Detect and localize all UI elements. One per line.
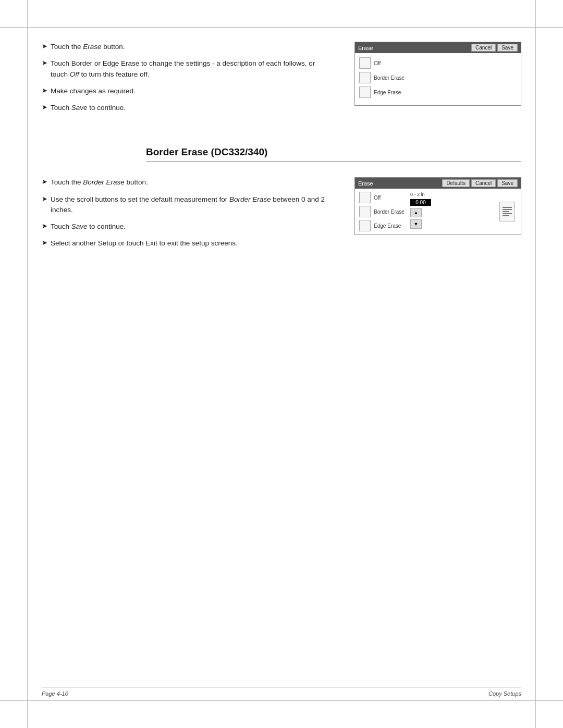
- instruction-1-1: ➤ Touch the Erase button.: [42, 42, 334, 52]
- preview-line-4: [503, 213, 512, 214]
- screen2-body: Off Border Erase Edge Erase: [355, 189, 521, 235]
- instruction-1-2-text: Touch Border or Edge Erase to change the…: [51, 58, 334, 80]
- instruction-2-4-text: Select another Setup or touch Exit to ex…: [51, 238, 238, 249]
- screen1-title: Erase: [358, 45, 373, 51]
- instruction-2-2-text: Use the scroll buttons to set the defaul…: [51, 194, 334, 216]
- screen2-option-border-icon: [359, 206, 371, 217]
- border-top: [0, 27, 563, 28]
- screen2-option-border-label: Border Erase: [374, 209, 405, 215]
- section1-instructions: ➤ Touch the Erase button. ➤ Touch Border…: [42, 42, 334, 115]
- screen1-option-off-label: Off: [374, 60, 381, 66]
- screen2-preview-area: [498, 192, 517, 231]
- screen1-option-edge-icon: [359, 87, 371, 98]
- section2-heading: Border Erase (DC332/340): [146, 146, 267, 158]
- scroll-up-button[interactable]: ▲: [410, 208, 422, 217]
- screen1-option-border[interactable]: Border Erase: [359, 72, 517, 83]
- screen2-range-label: 0 - 2 in: [410, 192, 425, 197]
- screen1-option-border-label: Border Erase: [374, 75, 405, 81]
- screen2-buttons: Defaults Cancel Save: [442, 179, 518, 187]
- screen2-value-box: 0.00: [410, 199, 431, 206]
- bullet-5: ➤: [42, 178, 47, 186]
- preview-line-1: [503, 207, 512, 208]
- screen1-option-edge[interactable]: Edge Erase: [359, 87, 517, 98]
- bullet-1: ➤: [42, 42, 47, 50]
- screen2-option-edge[interactable]: Edge Erase: [359, 220, 406, 231]
- screen1-option-border-icon: [359, 72, 371, 83]
- page-container: ➤ Touch the Erase button. ➤ Touch Border…: [0, 0, 563, 728]
- content-area: ➤ Touch the Erase button. ➤ Touch Border…: [42, 31, 521, 251]
- bullet-4: ➤: [42, 103, 47, 111]
- screen1-option-edge-label: Edge Erase: [374, 90, 401, 95]
- section1: ➤ Touch the Erase button. ➤ Touch Border…: [42, 42, 521, 115]
- section2-heading-row: Border Erase (DC332/340): [42, 146, 521, 162]
- screen1-header: Erase Cancel Save: [355, 42, 521, 53]
- screen2-defaults-button[interactable]: Defaults: [442, 179, 470, 187]
- screen2-option-border[interactable]: Border Erase: [359, 206, 406, 217]
- screen2-option-off[interactable]: Off: [359, 192, 406, 203]
- instruction-2-2: ➤ Use the scroll buttons to set the defa…: [42, 194, 334, 216]
- instruction-2-4: ➤ Select another Setup or touch Exit to …: [42, 238, 334, 249]
- instruction-1-3-text: Make changes as required.: [51, 86, 136, 96]
- screen2-options-col: Off Border Erase Edge Erase: [359, 192, 406, 231]
- bullet-8: ➤: [42, 239, 47, 246]
- border-right: [535, 0, 536, 728]
- preview-line-5: [503, 215, 509, 216]
- screen1-cancel-button[interactable]: Cancel: [471, 44, 496, 52]
- instruction-2-1-text: Touch the Border Erase button.: [51, 177, 148, 188]
- footer-section-title: Copy Setups: [488, 690, 521, 697]
- section2-instructions: ➤ Touch the Border Erase button. ➤ Use t…: [42, 177, 334, 251]
- screen2-cancel-button[interactable]: Cancel: [471, 179, 496, 187]
- screen2-save-button[interactable]: Save: [497, 179, 518, 187]
- section2-underline: [146, 161, 521, 162]
- instruction-2-3-text: Touch Save to continue.: [51, 221, 126, 232]
- scroll-down-button[interactable]: ▼: [410, 219, 422, 229]
- bullet-7: ➤: [42, 222, 47, 230]
- instruction-1-1-text: Touch the Erase button.: [51, 42, 125, 52]
- bullet-2: ➤: [42, 59, 47, 67]
- border-bottom: [0, 700, 563, 701]
- footer-page-number: Page 4-10: [42, 690, 68, 697]
- screen1-body: Off Border Erase Edge Erase: [355, 53, 521, 105]
- border-left: [27, 0, 28, 728]
- screen2-title: Erase: [358, 180, 373, 187]
- instruction-2-3: ➤ Touch Save to continue.: [42, 221, 334, 232]
- screen2-option-off-label: Off: [374, 195, 381, 201]
- screen2-controls-col: 0 - 2 in 0.00 ▲ ▼: [410, 192, 494, 231]
- screen2-option-off-icon: [359, 192, 371, 203]
- instruction-1-4-text: Touch Save to continue.: [51, 103, 126, 113]
- preview-line-2: [503, 209, 512, 210]
- section2: ➤ Touch the Border Erase button. ➤ Use t…: [42, 177, 521, 251]
- screen1-buttons: Cancel Save: [471, 44, 518, 52]
- bullet-6: ➤: [42, 195, 47, 203]
- instruction-2-1: ➤ Touch the Border Erase button.: [42, 177, 334, 188]
- section1-ui-panel: Erase Cancel Save Off Borde: [354, 42, 521, 115]
- section2-ui-panel: Erase Defaults Cancel Save Off: [354, 177, 521, 251]
- instruction-1-3: ➤ Make changes as required.: [42, 86, 334, 96]
- screen1-option-off-icon: [359, 57, 371, 69]
- instruction-1-4: ➤ Touch Save to continue.: [42, 103, 334, 113]
- preview-lines: [503, 207, 512, 216]
- bullet-3: ➤: [42, 87, 47, 94]
- instruction-1-2: ➤ Touch Border or Edge Erase to change t…: [42, 58, 334, 80]
- preview-document-icon: [499, 202, 515, 221]
- erase-screen-1: Erase Cancel Save Off Borde: [354, 42, 521, 106]
- preview-line-3: [503, 211, 509, 212]
- screen1-save-button[interactable]: Save: [497, 44, 518, 52]
- screen2-option-edge-label: Edge Erase: [374, 223, 401, 229]
- screen2-option-edge-icon: [359, 220, 371, 231]
- screen2-header: Erase Defaults Cancel Save: [355, 178, 521, 189]
- erase-screen-2: Erase Defaults Cancel Save Off: [354, 177, 521, 235]
- page-footer: Page 4-10 Copy Setups: [42, 687, 521, 697]
- screen1-option-off[interactable]: Off: [359, 57, 517, 69]
